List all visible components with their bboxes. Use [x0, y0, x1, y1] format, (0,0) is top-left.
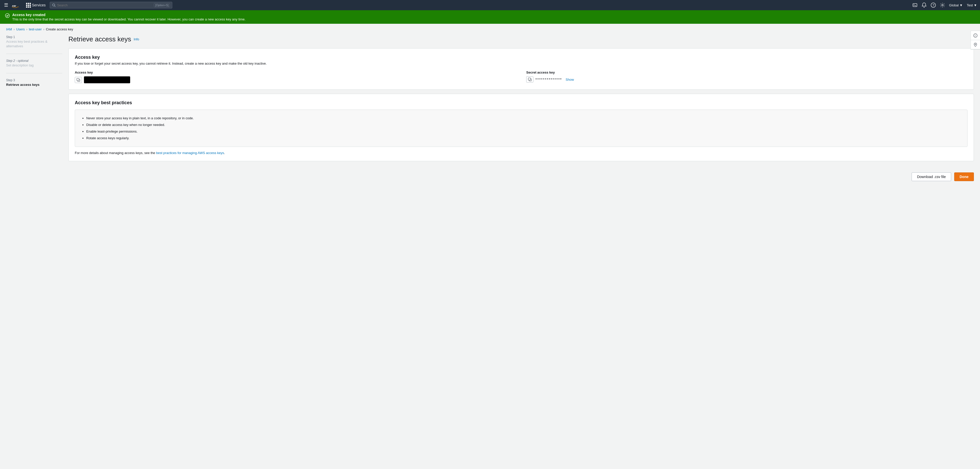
secret-key-value-row: ************** Show: [526, 77, 967, 83]
best-practices-inner: Never store your access key in plain tex…: [75, 110, 967, 147]
best-practices-title: Access key best practices: [75, 100, 967, 105]
info-link[interactable]: Info: [134, 37, 139, 41]
aws-logo[interactable]: [11, 2, 21, 8]
success-icon: [5, 13, 10, 19]
svg-rect-11: [528, 78, 531, 80]
search-bar[interactable]: [Option+S]: [50, 2, 172, 8]
sidebar-step-1: Step 1 Access key best practices & alter…: [6, 35, 62, 54]
breadcrumb-sep-1: ›: [14, 27, 14, 31]
main-layout: Step 1 Access key best practices & alter…: [0, 31, 980, 169]
step-2-link[interactable]: Set description tag: [6, 63, 62, 68]
step-2-label: Step 2 - optional: [6, 59, 62, 62]
page-title-row: Retrieve access keys Info: [68, 35, 974, 43]
map-pin-icon[interactable]: [971, 40, 980, 49]
access-key-value: [84, 77, 130, 83]
best-practices-card: Access key best practices Never store yo…: [68, 94, 974, 161]
settings-icon[interactable]: [940, 3, 945, 8]
list-item: Enable least-privilege permissions.: [86, 128, 961, 135]
grid-icon: [26, 3, 31, 8]
access-key-col: Access key: [75, 70, 516, 83]
bell-icon[interactable]: [921, 3, 927, 8]
svg-text:i: i: [975, 34, 975, 37]
copy-icon: [76, 78, 80, 82]
sidebar-step-2: Step 2 - optional Set description tag: [6, 59, 62, 73]
banner-title: Access key created: [12, 13, 245, 17]
info-panel-icon[interactable]: i: [971, 31, 980, 40]
done-button[interactable]: Done: [954, 172, 974, 181]
breadcrumb-test-user[interactable]: test-user: [29, 27, 42, 31]
sidebar: Step 1 Access key best practices & alter…: [6, 35, 62, 165]
download-csv-button[interactable]: Download .csv file: [912, 172, 951, 181]
user-menu[interactable]: Test ▼: [967, 3, 977, 7]
search-icon: [52, 3, 56, 7]
nav-right: ? Global ▼ Test ▼: [912, 3, 977, 8]
svg-rect-9: [77, 78, 79, 80]
keys-row: Access key Secret: [75, 70, 967, 83]
svg-point-6: [942, 4, 943, 6]
hamburger-menu[interactable]: ☰: [3, 2, 9, 8]
breadcrumb: IAM › Users › test-user › Create access …: [0, 24, 980, 31]
region-selector[interactable]: Global ▼: [949, 3, 963, 7]
svg-line-1: [54, 6, 56, 7]
region-label: Global: [949, 3, 959, 7]
copy-access-key-button[interactable]: [75, 77, 82, 83]
access-key-card-title: Access key: [75, 55, 967, 60]
top-navigation: ☰ Services [Option+S]: [0, 0, 980, 10]
access-key-card-desc: If you lose or forget your secret access…: [75, 62, 967, 65]
secret-key-col: Secret access key ************** Show: [526, 70, 967, 83]
search-shortcut: [Option+S]: [154, 3, 170, 7]
copy-secret-key-button[interactable]: [526, 77, 533, 83]
user-label: Test: [967, 3, 973, 7]
question-icon[interactable]: ?: [931, 3, 936, 8]
breadcrumb-sep-3: ›: [43, 27, 45, 31]
step-3-label: Step 3: [6, 78, 62, 82]
right-panel: i: [970, 31, 980, 49]
svg-rect-2: [913, 3, 917, 6]
breadcrumb-sep-2: ›: [26, 27, 27, 31]
access-key-card: Access key If you lose or forget your se…: [68, 48, 974, 90]
access-key-label: Access key: [75, 70, 516, 74]
svg-point-7: [5, 14, 10, 18]
show-secret-key-link[interactable]: Show: [566, 78, 574, 81]
step-1-label: Step 1: [6, 35, 62, 39]
success-banner: Access key created This is the only time…: [0, 10, 980, 24]
step-3-link: Retrieve access keys: [6, 83, 62, 87]
list-item: Rotate access keys regularly.: [86, 135, 961, 142]
svg-point-0: [52, 4, 55, 6]
best-practices-link[interactable]: best practices for managing AWS access k…: [156, 151, 224, 155]
cloudshell-icon[interactable]: [912, 3, 918, 8]
list-item: Disable or delete access key when no lon…: [86, 121, 961, 128]
best-practices-footer: For more details about managing access k…: [75, 151, 967, 155]
breadcrumb-users[interactable]: Users: [16, 27, 25, 31]
banner-description: This is the only time that the secret ac…: [12, 18, 245, 21]
sidebar-step-3: Step 3 Retrieve access keys: [6, 78, 62, 92]
best-practices-list: Never store your access key in plain tex…: [86, 115, 961, 142]
copy-secret-icon: [528, 78, 531, 81]
main-content: Retrieve access keys Info Access key If …: [68, 35, 974, 165]
svg-text:?: ?: [932, 3, 934, 7]
access-key-value-row: [75, 77, 516, 83]
secret-key-label: Secret access key: [526, 70, 967, 74]
page-title: Retrieve access keys: [68, 35, 131, 43]
breadcrumb-current: Create access key: [46, 27, 73, 31]
breadcrumb-iam[interactable]: IAM: [6, 27, 12, 31]
secret-key-masked: **************: [535, 77, 562, 81]
step-1-link[interactable]: Access key best practices & alternatives: [6, 39, 62, 48]
services-label: Services: [32, 3, 46, 7]
svg-point-14: [975, 44, 976, 45]
footer-buttons: Download .csv file Done: [0, 169, 980, 184]
search-input[interactable]: [57, 3, 153, 7]
services-menu[interactable]: Services: [24, 3, 48, 8]
list-item: Never store your access key in plain tex…: [86, 115, 961, 121]
